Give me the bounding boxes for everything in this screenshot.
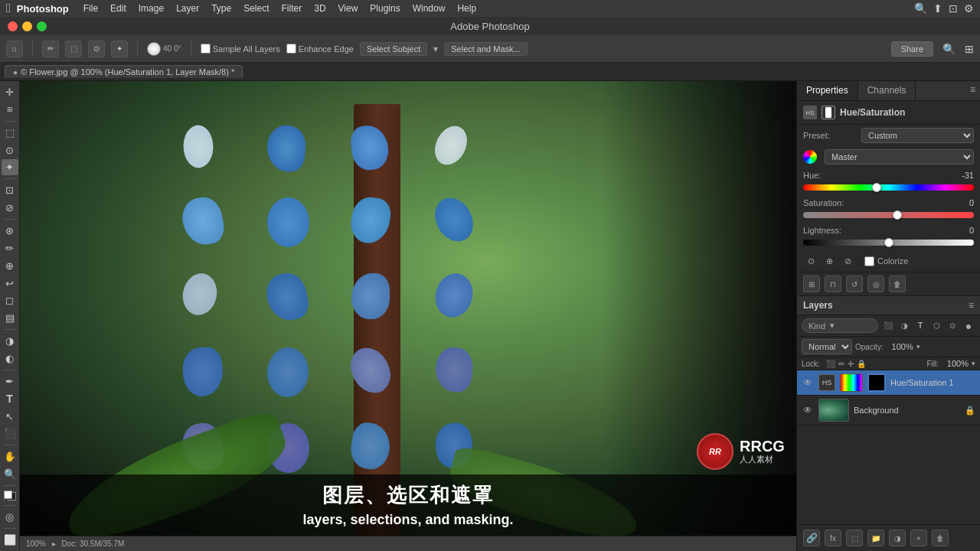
panel-icon-right[interactable]: ⊞	[965, 43, 974, 55]
minimize-button[interactable]	[22, 21, 32, 31]
visibility-toggle[interactable]: ◎	[867, 276, 884, 292]
properties-tab[interactable]: Properties	[797, 81, 858, 100]
tool-home[interactable]: ⌂	[6, 41, 23, 57]
foreground-color-tb[interactable]	[4, 491, 12, 499]
menu-type[interactable]: Type	[206, 2, 237, 15]
layer-filter[interactable]: Kind ▾	[802, 318, 878, 333]
menu-help[interactable]: Help	[452, 2, 482, 15]
light-slider-thumb[interactable]	[884, 238, 893, 247]
share-icon[interactable]: ⬆	[933, 2, 942, 15]
filter-pixel[interactable]: ⬛	[881, 319, 895, 333]
eraser-tool[interactable]: ◻	[2, 292, 18, 308]
text-tool[interactable]: T	[2, 391, 18, 407]
light-slider-track[interactable]	[803, 240, 974, 246]
channels-tab[interactable]: Channels	[858, 81, 916, 100]
healing-brush[interactable]: ⊛	[2, 223, 18, 239]
magic-wand-tool[interactable]: ✦	[2, 159, 18, 175]
canvas-content[interactable]: RR RRCG 人人素材 图层、选区和遮罩 layers, selections…	[20, 81, 796, 536]
clone-stamp[interactable]: ⊕	[2, 258, 18, 274]
brush-tool-tb[interactable]: ✏	[2, 240, 18, 256]
settings-icon[interactable]: ⚙	[964, 2, 974, 15]
filter-type[interactable]: T	[913, 319, 927, 333]
eyedropper-tool[interactable]: ⊘	[2, 200, 18, 216]
delete-layer[interactable]: 🗑	[932, 530, 949, 546]
quick-mask[interactable]: ◎	[2, 509, 18, 525]
sample-checkbox[interactable]	[201, 44, 211, 54]
foreground-color[interactable]	[147, 42, 161, 56]
add-sample-icon[interactable]: ⊕	[822, 253, 837, 269]
new-group[interactable]: 📁	[867, 530, 884, 546]
crop-tool[interactable]: ⊡	[2, 182, 18, 198]
dropdown-arrow[interactable]: ▾	[433, 44, 438, 54]
search-icon-right[interactable]: 🔍	[942, 43, 956, 55]
sat-slider-track[interactable]	[803, 212, 974, 218]
lock-artboards[interactable]: ✛	[848, 360, 854, 368]
opacity-dropdown[interactable]: ▾	[916, 343, 920, 350]
history-brush[interactable]: ↩	[2, 276, 18, 292]
move-tool[interactable]: ✛	[2, 84, 18, 100]
filter-dropdown[interactable]: ▾	[830, 321, 835, 331]
document-tab[interactable]: ● © Flower.jpg @ 100% (Hue/Saturation 1,…	[5, 65, 243, 78]
menu-window[interactable]: Window	[407, 2, 451, 15]
colorize-checkbox[interactable]	[864, 256, 874, 266]
menu-edit[interactable]: Edit	[105, 2, 132, 15]
lasso-select[interactable]: ⊙	[2, 142, 18, 158]
remove-sample-icon[interactable]: ⊘	[840, 253, 855, 269]
preset-select[interactable]: Custom	[861, 128, 974, 143]
select-subject-button[interactable]: Select Subject	[360, 42, 427, 56]
menu-filter[interactable]: Filter	[276, 2, 308, 15]
new-adjustment[interactable]: ◑	[889, 530, 906, 546]
shape-tool[interactable]: ⬛	[2, 426, 18, 442]
layer-visibility-hs[interactable]: 👁	[802, 377, 814, 389]
channel-select[interactable]: Master	[825, 149, 974, 165]
zoom-tool[interactable]: 🔍	[2, 466, 18, 482]
layer-background[interactable]: 👁 Background 🔒	[797, 396, 980, 425]
enhance-checkbox[interactable]	[286, 44, 296, 54]
share-button[interactable]: Share	[891, 41, 933, 57]
lasso-tool[interactable]: ⊙	[88, 41, 105, 57]
maximize-button[interactable]	[37, 21, 47, 31]
menu-layer[interactable]: Layer	[171, 2, 204, 15]
gradient-tool[interactable]: ▤	[2, 310, 18, 326]
add-style[interactable]: fx	[825, 530, 841, 546]
layer-hue-saturation[interactable]: 👁 HS Hue/Saturation 1	[797, 370, 980, 396]
menu-file[interactable]: File	[78, 2, 103, 15]
path-select[interactable]: ↖	[2, 409, 18, 425]
panel-menu-icon[interactable]: ≡	[965, 81, 980, 100]
reset-icon[interactable]: ↺	[846, 276, 863, 292]
hue-slider-track[interactable]	[803, 184, 974, 191]
filter-smart[interactable]: ⊙	[946, 319, 959, 333]
apple-logo[interactable]: 	[6, 2, 11, 15]
rectangular-marquee[interactable]: ⬚	[2, 125, 18, 141]
artboard-tool[interactable]: ⊞	[2, 102, 18, 118]
hue-slider-thumb[interactable]	[872, 183, 881, 192]
lock-position[interactable]: ✏	[838, 360, 844, 368]
menu-select[interactable]: Select	[238, 2, 274, 15]
fullscreen-icon[interactable]: ⊡	[949, 2, 958, 15]
filter-adjust[interactable]: ◑	[897, 319, 911, 333]
sat-slider-thumb[interactable]	[893, 210, 902, 220]
filter-toggle[interactable]: ●	[962, 319, 975, 333]
new-layer[interactable]: +	[910, 530, 927, 546]
blur-tool[interactable]: ◑	[2, 333, 18, 349]
filter-shape[interactable]: ⬡	[929, 319, 943, 333]
magic-wand[interactable]: ✦	[111, 41, 128, 57]
properties-icon[interactable]: ⊞	[803, 276, 820, 292]
select-tool[interactable]: ⬚	[65, 41, 82, 57]
select-mask-button[interactable]: Select and Mask...	[444, 42, 528, 56]
sample-color-icon[interactable]: ⊙	[803, 253, 818, 269]
menu-3d[interactable]: 3D	[309, 2, 331, 15]
enhance-edge-check[interactable]: Enhance Edge	[286, 44, 354, 54]
menu-view[interactable]: View	[333, 2, 364, 15]
channel-color-picker[interactable]	[803, 150, 817, 164]
hand-tool[interactable]: ✋	[2, 448, 18, 465]
close-button[interactable]	[8, 21, 18, 31]
layer-visibility-bg[interactable]: 👁	[802, 404, 814, 416]
dodge-tool[interactable]: ◐	[2, 350, 18, 367]
menu-plugins[interactable]: Plugins	[364, 2, 405, 15]
fill-dropdown[interactable]: ▾	[972, 360, 975, 367]
layers-menu-icon[interactable]: ≡	[969, 300, 974, 311]
tab-close-icon[interactable]: ●	[13, 68, 18, 77]
clip-icon[interactable]: ⊓	[825, 276, 841, 292]
delete-icon[interactable]: 🗑	[889, 276, 906, 292]
